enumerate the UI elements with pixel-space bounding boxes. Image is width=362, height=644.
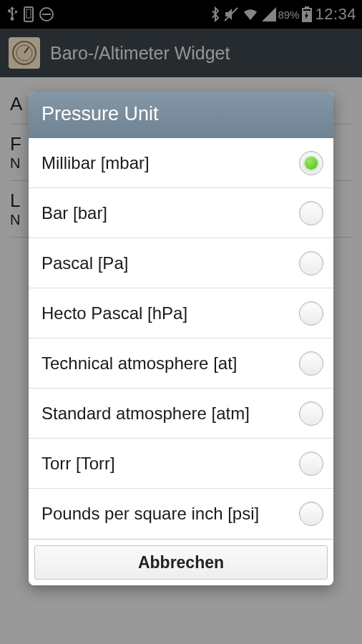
radio-icon xyxy=(299,351,323,376)
radio-icon xyxy=(299,301,323,326)
option-label: Bar [bar] xyxy=(41,203,107,223)
option-millibar[interactable]: Millibar [mbar] xyxy=(29,138,333,188)
radio-icon xyxy=(299,251,323,275)
option-label: Standard atmosphere [atm] xyxy=(41,404,250,424)
option-label: Hecto Pascal [hPa] xyxy=(41,303,187,323)
option-psi[interactable]: Pounds per square inch [psi] xyxy=(29,489,333,539)
option-pascal[interactable]: Pascal [Pa] xyxy=(29,238,333,288)
radio-icon xyxy=(299,502,323,526)
option-label: Torr [Torr] xyxy=(41,454,115,474)
option-label: Technical atmosphere [at] xyxy=(41,353,237,374)
option-torr[interactable]: Torr [Torr] xyxy=(29,439,333,489)
dialog-title: Pressure Unit xyxy=(29,92,333,138)
radio-icon xyxy=(299,401,323,426)
dialog-footer: Abbrechen xyxy=(29,539,333,585)
cancel-button[interactable]: Abbrechen xyxy=(34,545,328,580)
option-label: Pascal [Pa] xyxy=(41,253,128,273)
option-label: Pounds per square inch [psi] xyxy=(41,504,259,524)
radio-icon xyxy=(299,452,323,476)
radio-icon xyxy=(299,151,323,175)
radio-icon xyxy=(299,201,323,225)
option-technical-atmosphere[interactable]: Technical atmosphere [at] xyxy=(29,338,333,389)
option-bar[interactable]: Bar [bar] xyxy=(29,188,333,238)
option-label: Millibar [mbar] xyxy=(41,153,150,173)
dialog-options-list: Millibar [mbar] Bar [bar] Pascal [Pa] He… xyxy=(29,138,333,539)
pressure-unit-dialog: Pressure Unit Millibar [mbar] Bar [bar] … xyxy=(29,92,333,585)
option-hectopascal[interactable]: Hecto Pascal [hPa] xyxy=(29,288,333,338)
option-standard-atmosphere[interactable]: Standard atmosphere [atm] xyxy=(29,389,333,439)
